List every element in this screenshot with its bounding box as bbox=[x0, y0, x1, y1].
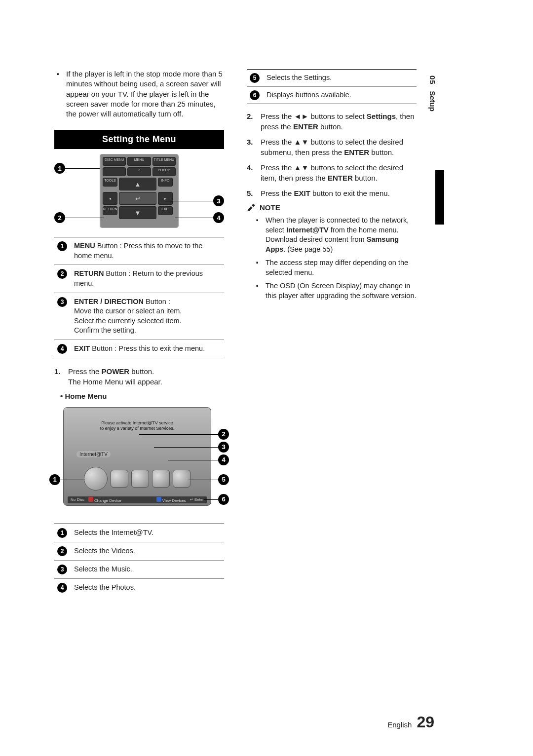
home-desc-table-left: 1Selects the Internet@TV. 2Selects the V… bbox=[54, 524, 224, 597]
remote-info: INFO bbox=[158, 178, 173, 187]
callout-2: 2 bbox=[54, 212, 65, 223]
home-desc-table-right: 5Selects the Settings. 6Displays buttons… bbox=[247, 69, 417, 104]
remote-desc-3: ENTER / DIRECTION Button : Move the curs… bbox=[74, 297, 182, 336]
bullet-icon: ▪ bbox=[54, 69, 61, 119]
hm-change: Change Device bbox=[94, 498, 121, 503]
home-desc-2: Selects the Videos. bbox=[74, 546, 135, 556]
home-menu-heading: • Home Menu bbox=[60, 392, 224, 400]
remote-title-menu: TITLE MENU bbox=[152, 157, 176, 166]
chapter-title: Setup bbox=[428, 91, 437, 112]
remote-home-icon: ⌂ bbox=[127, 167, 151, 176]
section-heading: Setting the Menu bbox=[54, 130, 224, 149]
circ-1: 1 bbox=[57, 241, 67, 251]
step-4: 4. Press the ▲▼ buttons to select the de… bbox=[247, 162, 417, 183]
hm-view: View Devices bbox=[162, 498, 186, 503]
remote-enter-icon: ↵ bbox=[119, 192, 156, 205]
hm-callout-6: 6 bbox=[218, 494, 229, 505]
hm-msg-1: Please activate Internet@TV service bbox=[64, 420, 211, 426]
remote-return: RETURN bbox=[103, 206, 117, 215]
chip-d-icon bbox=[156, 497, 161, 502]
callout-1: 1 bbox=[54, 163, 65, 174]
step-1: 1. Press the POWER button. The Home Menu… bbox=[54, 366, 224, 387]
remote-disc-menu: DISC MENU bbox=[103, 157, 126, 166]
callout-4: 4 bbox=[213, 212, 224, 223]
step-5: 5. Press the EXIT button to exit the men… bbox=[247, 188, 417, 198]
hm-no-disc: No Disc bbox=[71, 497, 84, 502]
page-footer: English 29 bbox=[387, 713, 434, 731]
hm-icon-photos bbox=[152, 470, 170, 488]
hm-callout-4: 4 bbox=[218, 454, 229, 465]
note-3: ▪The OSD (On Screen Display) may change … bbox=[247, 281, 417, 301]
remote-exit: EXIT bbox=[158, 206, 173, 215]
step-2: 2. Press the ◄► buttons to select Settin… bbox=[247, 111, 417, 132]
remote-diagram: DISC MENU MENU TITLE MENU ⌂ POPUP TOOLS … bbox=[54, 154, 224, 233]
remote-desc-4: EXIT Button : Press this to exit the men… bbox=[74, 344, 205, 354]
remote-left-icon: ◄ bbox=[103, 192, 117, 205]
chip-a-icon bbox=[88, 497, 93, 502]
hm-callout-1: 1 bbox=[49, 474, 60, 485]
step-3: 3. Press the ▲▼ buttons to select the de… bbox=[247, 137, 417, 157]
note-icon bbox=[247, 204, 257, 211]
home-desc-6: Displays buttons available. bbox=[266, 90, 351, 100]
home-desc-4: Selects the Photos. bbox=[74, 583, 136, 593]
chapter-tab: 05 Setup bbox=[428, 76, 437, 112]
hm-label: Internet@TV bbox=[76, 451, 111, 457]
hm-button-bar: No Disc Change Device View Devices ↵ Ent… bbox=[68, 496, 207, 503]
note-2: ▪The access step may differ depending on… bbox=[247, 258, 417, 277]
hm-icon-videos bbox=[111, 470, 128, 488]
callout-3: 3 bbox=[213, 195, 224, 206]
hm-icon-settings bbox=[173, 470, 190, 488]
remote-desc-table: 1 MENU Button : Press this to move to th… bbox=[54, 237, 224, 358]
remote-desc-2: RETURN Button : Return to the previous m… bbox=[74, 269, 221, 288]
hm-callout-2: 2 bbox=[218, 429, 229, 440]
circ-2: 2 bbox=[57, 269, 67, 279]
note-heading: NOTE bbox=[247, 203, 417, 212]
hm-callout-5: 5 bbox=[218, 474, 229, 485]
remote-menu: MENU bbox=[127, 157, 151, 166]
hm-icon-music bbox=[131, 470, 149, 488]
circ-3: 3 bbox=[57, 297, 67, 307]
home-desc-1: Selects the Internet@TV. bbox=[74, 528, 153, 538]
chapter-number: 05 bbox=[428, 76, 437, 85]
remote-down-icon: ▼ bbox=[119, 206, 156, 219]
remote-desc-1: MENU Button : Press this to move to the … bbox=[74, 241, 221, 261]
home-desc-5: Selects the Settings. bbox=[266, 73, 332, 83]
hm-msg-2: to enjoy a variety of Internet Services. bbox=[64, 426, 211, 432]
remote-tools: TOOLS bbox=[103, 178, 117, 187]
footer-page: 29 bbox=[417, 713, 434, 731]
home-menu-screenshot: Please activate Internet@TV service to e… bbox=[54, 405, 224, 517]
remote-popup: POPUP bbox=[152, 167, 176, 176]
home-desc-3: Selects the Music. bbox=[74, 565, 132, 574]
hm-enter: ↵ Enter bbox=[190, 497, 204, 502]
remote-right-icon: ► bbox=[158, 192, 173, 205]
hm-callout-3: 3 bbox=[218, 442, 229, 453]
remote-up-icon: ▲ bbox=[119, 178, 156, 190]
footer-lang: English bbox=[387, 720, 412, 729]
intro-paragraph: ▪ If the player is left in the stop mode… bbox=[54, 69, 224, 119]
note-1: ▪ When the player is connected to the ne… bbox=[247, 216, 417, 254]
thumb-tab bbox=[435, 170, 444, 225]
hm-icon-internet bbox=[84, 467, 108, 491]
intro-text: If the player is left in the stop mode m… bbox=[66, 69, 224, 119]
circ-4: 4 bbox=[57, 344, 67, 354]
